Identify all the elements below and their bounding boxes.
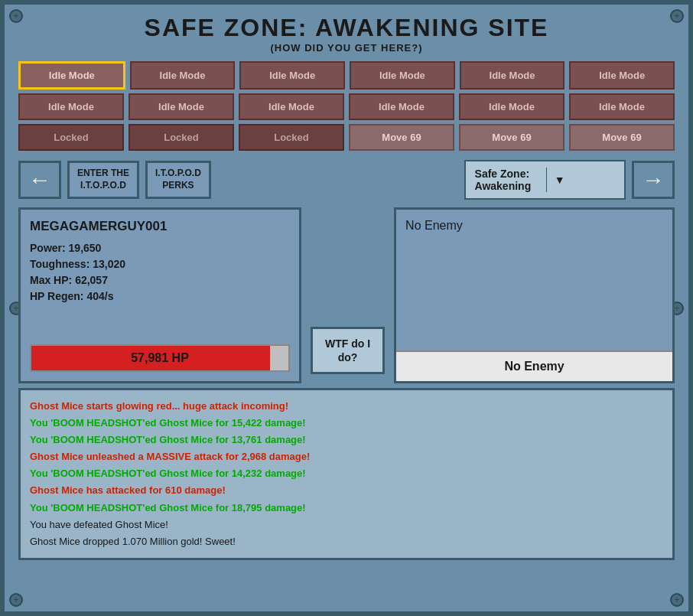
combat-log: Ghost Mice starts glowing red... huge at…	[18, 388, 675, 560]
itopod-perks-button[interactable]: I.T.O.P.O.DPERKS	[145, 161, 211, 198]
enter-itopod-button[interactable]: ENTER THEI.T.O.P.O.D	[67, 161, 139, 198]
max-hp-value: 62,057	[75, 274, 108, 286]
skill-btn-3-6[interactable]: Move 69	[569, 124, 675, 151]
toughness-value: 13,020	[93, 258, 125, 270]
skill-btn-3-1[interactable]: Locked	[18, 124, 124, 151]
button-row-2: Idle Mode Idle Mode Idle Mode Idle Mode …	[18, 93, 675, 120]
hp-regen-value: 404/s	[86, 290, 113, 302]
enemy-panel: No Enemy No Enemy	[394, 207, 675, 383]
log-line-9: Ghost Mice dropped 1.070 Million gold! S…	[30, 533, 663, 550]
skill-btn-3-3[interactable]: Locked	[239, 124, 344, 151]
game-container: SAFE ZONE: AWAKENING SITE (HOW DID YOU G…	[0, 0, 693, 616]
screw-bottom-left	[9, 593, 23, 607]
main-title: SAFE ZONE: AWAKENING SITE	[5, 14, 688, 42]
player-panel: MEGAGAMERGUY001 Power: 19,650 Toughness:…	[18, 207, 301, 383]
log-line-6: Ghost Mice has attacked for 610 damage!	[30, 482, 663, 499]
middle-buttons: WTF do Ido?	[311, 207, 385, 383]
skill-btn-2-5[interactable]: Idle Mode	[459, 93, 564, 120]
log-line-5: You 'BOOM HEADSHOT'ed Ghost Mice for 14,…	[30, 465, 663, 482]
zone-label: Safe Zone: Awakening	[466, 161, 546, 198]
button-row-3: Locked Locked Locked Move 69 Move 69 Mov…	[18, 124, 675, 151]
skill-btn-1-4[interactable]: Idle Mode	[350, 61, 455, 90]
hp-regen-label: HP Regen:	[30, 290, 84, 302]
player-power: Power: 19,650	[30, 242, 290, 254]
screw-top-left	[9, 9, 23, 23]
zone-dropdown[interactable]: Safe Zone: Awakening ▼	[464, 160, 626, 200]
player-toughness: Toughness: 13,020	[30, 258, 290, 270]
skill-btn-2-1[interactable]: Idle Mode	[18, 93, 124, 120]
skill-btn-2-3[interactable]: Idle Mode	[239, 93, 344, 120]
log-line-4: Ghost Mice unleashed a MASSIVE attack fo…	[30, 448, 663, 465]
skill-btn-1-3[interactable]: Idle Mode	[239, 61, 345, 90]
hp-bar-wrap: 57,981 HP	[30, 344, 290, 372]
log-line-1: Ghost Mice starts glowing red... huge at…	[30, 398, 663, 415]
skill-btn-3-2[interactable]: Locked	[129, 124, 234, 151]
skill-btn-1-5[interactable]: Idle Mode	[460, 61, 565, 90]
player-hp-regen: HP Regen: 404/s	[30, 290, 290, 302]
screw-top-right	[670, 9, 684, 23]
no-enemy-label: No Enemy	[405, 219, 663, 233]
skill-btn-2-6[interactable]: Idle Mode	[569, 93, 675, 120]
skill-btn-3-4[interactable]: Move 69	[349, 124, 454, 151]
toughness-label: Toughness:	[30, 258, 89, 270]
screw-bottom-right	[670, 593, 684, 607]
power-label: Power:	[30, 242, 66, 254]
hp-bar-background: 57,981 HP	[30, 344, 290, 372]
player-name: MEGAGAMERGUY001	[30, 219, 290, 234]
skill-btn-2-2[interactable]: Idle Mode	[129, 93, 234, 120]
skill-btn-3-5[interactable]: Move 69	[459, 124, 564, 151]
zone-select-wrap: Safe Zone: Awakening ▼	[464, 160, 626, 200]
button-row-1: Idle Mode Idle Mode Idle Mode Idle Mode …	[18, 61, 675, 90]
wtf-button[interactable]: WTF do Ido?	[311, 327, 385, 374]
skill-btn-2-4[interactable]: Idle Mode	[349, 93, 454, 120]
skill-btn-1-1[interactable]: Idle Mode	[18, 61, 125, 90]
chevron-down-icon: ▼	[546, 168, 624, 192]
log-line-7: You 'BOOM HEADSHOT'ed Ghost Mice for 18,…	[30, 500, 663, 517]
log-line-8: You have defeated Ghost Mice!	[30, 517, 663, 533]
nav-area: ← ENTER THEI.T.O.P.O.D I.T.O.P.O.DPERKS …	[5, 155, 688, 204]
no-enemy-bar: No Enemy	[396, 350, 672, 381]
combat-area: MEGAGAMERGUY001 Power: 19,650 Toughness:…	[5, 207, 688, 383]
skill-btn-1-6[interactable]: Idle Mode	[569, 61, 675, 90]
power-value: 19,650	[69, 242, 102, 254]
sub-title: (HOW DID YOU GET HERE?)	[5, 42, 688, 54]
button-grid: Idle Mode Idle Mode Idle Mode Idle Mode …	[5, 57, 688, 155]
skill-btn-1-2[interactable]: Idle Mode	[130, 61, 236, 90]
log-line-3: You 'BOOM HEADSHOT'ed Ghost Mice for 13,…	[30, 432, 663, 448]
right-arrow-button[interactable]: →	[632, 161, 675, 199]
player-max-hp: Max HP: 62,057	[30, 274, 290, 286]
max-hp-label: Max HP:	[30, 274, 72, 286]
log-line-2: You 'BOOM HEADSHOT'ed Ghost Mice for 15,…	[30, 415, 663, 432]
hp-bar-text: 57,981 HP	[131, 351, 189, 365]
title-area: SAFE ZONE: AWAKENING SITE (HOW DID YOU G…	[5, 5, 688, 57]
left-arrow-button[interactable]: ←	[18, 161, 61, 199]
